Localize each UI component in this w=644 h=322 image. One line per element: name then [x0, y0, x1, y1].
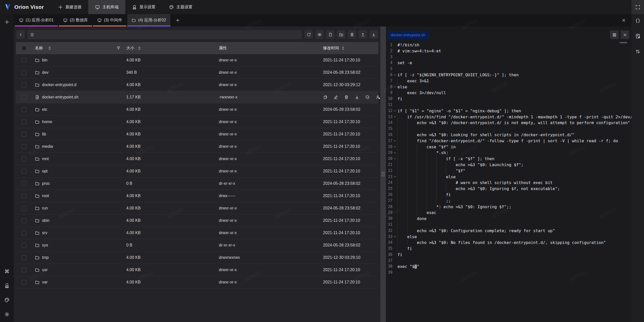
terminal-tab[interactable]: (2) 数据库: [59, 14, 92, 26]
row-checkbox[interactable]: [16, 268, 32, 272]
terminal-tab[interactable]: (1) 应用-分析01: [15, 14, 58, 26]
row-checkbox[interactable]: [16, 70, 32, 75]
sort-control[interactable]: [342, 46, 344, 50]
edit-icon[interactable]: [334, 95, 338, 99]
table-row[interactable]: srv4.00 KBdrwxr-xr-x2021-11-24 17:20:10: [16, 227, 378, 239]
row-checkbox[interactable]: [16, 280, 32, 285]
row-checkbox[interactable]: [16, 243, 32, 248]
row-checkbox[interactable]: [16, 218, 32, 223]
download-button[interactable]: [369, 30, 378, 39]
table-row[interactable]: bin4.00 KBdrwxr-xr-x2021-11-24 17:20:10: [16, 54, 378, 66]
new-tab-rail-button[interactable]: [3, 18, 11, 26]
fold-chevron-down-icon[interactable]: [392, 234, 397, 240]
path-input[interactable]: [27, 30, 302, 39]
row-checkbox[interactable]: [16, 83, 32, 87]
fold-chevron-down-icon[interactable]: [392, 108, 397, 114]
fold-gutter: [392, 240, 397, 246]
table-row[interactable]: etc4.00 KBdrwxr-xr-x2024-05-28 23:58:02: [16, 103, 378, 116]
line-number: 15: [386, 126, 392, 132]
snippets-button[interactable]: [634, 17, 641, 24]
file-new-button[interactable]: [326, 30, 335, 39]
table-row[interactable]: dev340 Bdrwxr-xr-x2024-05-28 23:58:02: [16, 66, 378, 79]
table-row[interactable]: docker-entrypoint.sh1.17 KB-rwxrwxr-x: [16, 91, 378, 103]
row-checkbox[interactable]: [16, 157, 32, 161]
shortcut-keys-button[interactable]: [3, 267, 11, 275]
close-panel-button[interactable]: [620, 17, 627, 24]
table-row[interactable]: media4.00 KBdrwxr-xr-x2021-11-24 17:20:1…: [16, 140, 378, 153]
menu-item[interactable]: 主机终端: [88, 0, 125, 14]
close-editor-button[interactable]: [621, 30, 629, 39]
table-row[interactable]: sbin4.00 KBdrwxr-xr-x2021-11-24 17:20:10: [16, 214, 378, 227]
display-settings-button[interactable]: [3, 282, 11, 289]
fold-chevron-down-icon[interactable]: [392, 150, 397, 156]
table-row[interactable]: run4.00 KBdrwxr-xr-x2024-05-28 23:58:02: [16, 202, 378, 214]
row-checkbox[interactable]: [16, 132, 32, 137]
row-checkbox[interactable]: [16, 206, 32, 211]
terminal-tab[interactable]: (4) 应用-分析02: [127, 14, 170, 26]
transfer-list-button[interactable]: [634, 48, 641, 55]
table-row[interactable]: mnt4.00 KBdrwxr-xr-x2021-11-24 17:20:10: [16, 153, 378, 165]
table-row[interactable]: tmp4.00 KBdrwxrwxrwx2021-12-30 03:29:10: [16, 252, 378, 264]
row-checkbox[interactable]: [16, 58, 32, 63]
panel-splitter[interactable]: [380, 26, 386, 322]
move-icon[interactable]: [365, 95, 370, 99]
table-row[interactable]: usr4.00 KBdrwxr-xr-x2021-11-24 17:20:10: [16, 264, 378, 276]
column-header-name[interactable]: 名称: [32, 46, 125, 51]
row-checkbox[interactable]: [16, 95, 32, 100]
new-tab-button[interactable]: [171, 14, 184, 26]
row-checkbox[interactable]: [16, 120, 32, 124]
trash-icon[interactable]: [344, 95, 349, 99]
file-size: 4.00 KB: [125, 132, 219, 136]
select-all-checkbox[interactable]: [16, 46, 32, 51]
copy-icon[interactable]: [323, 95, 328, 99]
column-header-mtime[interactable]: 修改时间: [323, 46, 378, 51]
theme-settings-button[interactable]: [3, 296, 11, 304]
upload-button[interactable]: [358, 30, 367, 39]
table-row[interactable]: root4.00 KBdrwx------2021-11-24 17:20:10: [16, 190, 378, 202]
code-line: 14echo >&3 "$0: /docker-entrypoint.d/ is…: [386, 120, 631, 126]
permission-icon[interactable]: [376, 95, 380, 99]
table-row[interactable]: docker-entrypoint.d4.00 KBdrwxr-xr-x2021…: [16, 79, 378, 91]
fold-chevron-down-icon[interactable]: [392, 138, 397, 144]
download-icon[interactable]: [355, 95, 359, 99]
code-editor[interactable]: 1#!/bin/sh2# vim:sw=4:ts=4:et34set -e56i…: [386, 42, 631, 322]
table-row[interactable]: var4.00 KBdrwxr-xr-x2021-11-24 17:20:10: [16, 276, 378, 289]
table-row[interactable]: sys0 Bdr-xr-xr-x2024-05-28 23:58:02: [16, 239, 378, 252]
terminal-tab[interactable]: (3) 中间件: [93, 14, 126, 26]
back-button[interactable]: [16, 30, 25, 39]
settings-button[interactable]: [3, 310, 11, 318]
menu-item[interactable]: 主题设置: [162, 0, 199, 14]
row-checkbox[interactable]: [16, 144, 32, 149]
fold-chevron-down-icon[interactable]: [392, 72, 397, 78]
eye-button[interactable]: [315, 30, 324, 39]
row-checkbox[interactable]: [16, 169, 32, 174]
trash-button[interactable]: [348, 30, 356, 39]
refresh-button[interactable]: [304, 30, 313, 39]
row-checkbox[interactable]: [16, 231, 32, 235]
fullscreen-button[interactable]: [631, 0, 644, 14]
save-button[interactable]: [610, 30, 619, 39]
menu-item[interactable]: 新建连接: [51, 0, 88, 14]
table-row[interactable]: lib4.00 KBdrwxr-xr-x2021-11-24 17:20:10: [16, 128, 378, 140]
sort-control[interactable]: [48, 46, 51, 50]
fold-chevron-down-icon[interactable]: [392, 174, 397, 180]
row-checkbox[interactable]: [16, 107, 32, 112]
table-row[interactable]: proc0 Bdr-xr-xr-x2024-05-28 23:58:02: [16, 177, 378, 190]
menu-item[interactable]: 显示设置: [125, 0, 162, 14]
fold-chevron-down-icon[interactable]: [392, 84, 397, 90]
table-row[interactable]: opt4.00 KBdrwxr-xr-x2021-11-24 17:20:10: [16, 165, 378, 177]
column-header-size[interactable]: 大小: [125, 46, 219, 51]
scrollbar-thumb[interactable]: [620, 42, 627, 43]
bookmarks-button[interactable]: [634, 32, 641, 40]
row-checkbox[interactable]: [16, 194, 32, 198]
open-file-chip[interactable]: docker-entrypoint.sh: [388, 31, 428, 39]
fold-chevron-down-icon[interactable]: [392, 156, 397, 162]
folder-new-button[interactable]: [337, 30, 345, 39]
row-checkbox[interactable]: [16, 181, 32, 186]
table-row[interactable]: home4.00 KBdrwxr-xr-x2021-11-24 17:20:10: [16, 116, 378, 128]
fold-chevron-down-icon[interactable]: [392, 114, 397, 120]
row-checkbox[interactable]: [16, 255, 32, 260]
filter-icon[interactable]: [116, 46, 120, 50]
sort-control[interactable]: [138, 46, 141, 50]
fold-chevron-down-icon[interactable]: [392, 144, 397, 150]
